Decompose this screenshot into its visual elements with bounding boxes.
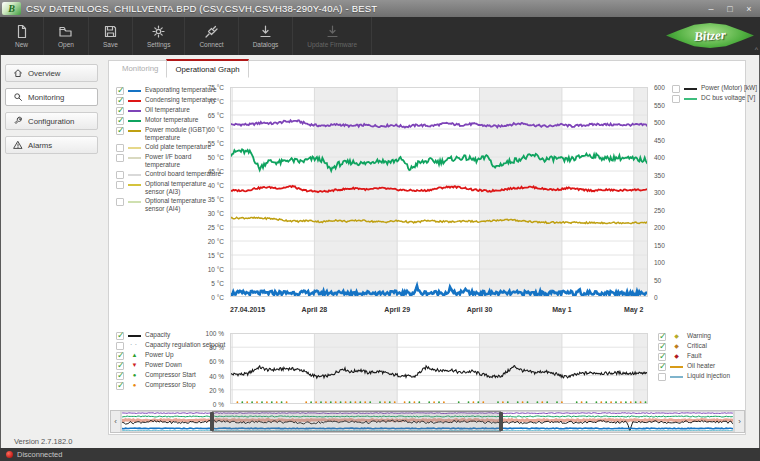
legend-swatch-line <box>128 174 141 176</box>
title-bar: B CSV DATENLOGS, CHILLVENTA.BPD (CSV,CSV… <box>0 0 760 17</box>
legend-item-power-motor-kw: Power (Motor) [kW] <box>672 84 757 93</box>
sidebar-item-label: Configuration <box>28 117 74 126</box>
y-axis-tick: 35 °C <box>208 196 224 203</box>
version-text: Version 2.7.182.0 <box>14 437 72 446</box>
legend-checkbox-condensing-temperature[interactable]: ✓ <box>116 97 124 105</box>
y-axis-tick: 350 <box>654 171 665 178</box>
legend-checkbox-evaporating-temperature[interactable]: ✓ <box>116 87 124 95</box>
window-title: CSV DATENLOGS, CHILLVENTA.BPD (CSV,CSVH,… <box>26 3 377 14</box>
y-axis-tick: 0 % <box>213 401 224 408</box>
toolbar-connect[interactable]: Connect <box>185 17 238 55</box>
legend-swatch-diamond-icon: ◆ <box>670 332 683 341</box>
navigator-selection[interactable] <box>212 411 501 432</box>
toolbar-item-label: Settings <box>147 41 171 48</box>
legend-swatch-line <box>128 100 141 102</box>
legend-checkbox-power-motor-kw[interactable] <box>672 85 680 93</box>
bitzer-logo: Bitzer <box>666 20 754 51</box>
legend-checkbox-motor-temperature[interactable]: ✓ <box>116 117 124 125</box>
legend-checkbox-power-up[interactable]: ✓ <box>116 352 124 360</box>
y-axis-tick: 25 °C <box>208 224 224 231</box>
y-axis-tick: 70 °C <box>208 98 224 105</box>
y-axis-tick: 50 <box>654 276 661 283</box>
legend-swatch-triangle-down-icon: ▼ <box>128 361 141 370</box>
x-axis-label: April 28 <box>302 306 328 313</box>
legend-checkbox-power-down[interactable]: ✓ <box>116 362 124 370</box>
y-axis-tick: 100 % <box>206 330 224 337</box>
navigator-left-handle[interactable] <box>210 412 214 431</box>
legend-swatch-line <box>128 201 141 203</box>
navigator-right-handle[interactable] <box>499 412 503 431</box>
legend-checkbox-warning[interactable]: ✓ <box>658 333 666 341</box>
sidebar-item-label: Overview <box>28 69 61 78</box>
legend-checkbox-compressor-start[interactable]: ✓ <box>116 372 124 380</box>
legend-checkbox-oil-temperature[interactable]: ✓ <box>116 107 124 115</box>
y-axis-tick: 65 °C <box>208 112 224 119</box>
legend-checkbox-dc-bus-voltage-v[interactable] <box>672 95 680 103</box>
toolbar-open[interactable]: Open <box>44 17 89 55</box>
app-logo-icon: B <box>2 2 21 15</box>
search-icon <box>13 92 23 102</box>
legend-item-critical: ✓◆Critical <box>658 342 730 351</box>
temperature-chart[interactable] <box>230 87 648 297</box>
toolbar-save[interactable]: Save <box>89 17 133 55</box>
tab-operational-graph[interactable]: Operational Graph <box>166 59 248 78</box>
legend-checkbox-optional-temperature-sensor-ai3[interactable] <box>116 181 124 189</box>
sidebar-item-overview[interactable]: Overview <box>5 64 98 82</box>
legend-swatch-circle-icon: ● <box>128 371 141 380</box>
navigator-scroll-left-icon[interactable]: ‹ <box>111 411 121 432</box>
navigator-scroll-right-icon[interactable]: › <box>734 411 744 432</box>
check-icon: ✓ <box>117 360 125 370</box>
legend-checkbox-cold-plate-temperature[interactable] <box>116 144 124 152</box>
legend-item-oil-heater: ✓Oil heater <box>658 362 730 371</box>
alarm-icon <box>13 140 23 150</box>
power-legend: Power (Motor) [kW]DC bus voltage [V] <box>672 84 757 103</box>
collapse-ribbon-icon[interactable]: ^ <box>755 46 758 53</box>
legend-checkbox-power-i-f-board-temperature[interactable] <box>116 154 124 162</box>
toolbar-settings[interactable]: Settings <box>133 17 186 55</box>
capacity-chart[interactable] <box>230 333 648 404</box>
legend-checkbox-compressor-stop[interactable]: ✓ <box>116 382 124 390</box>
y-axis-tick: 200 <box>654 224 665 231</box>
sidebar-item-monitoring[interactable]: Monitoring <box>5 88 98 106</box>
sidebar-item-alarms[interactable]: Alarms <box>5 136 98 154</box>
y-axis-tick: 5 °C <box>211 280 224 287</box>
legend-checkbox-optional-temperature-sensor-ai4[interactable] <box>116 198 124 206</box>
y-axis-tick: 20 % <box>209 386 224 393</box>
y-axis-tick: 55 °C <box>208 140 224 147</box>
left-y-axis: 75 °C70 °C65 °C60 °C55 °C50 °C45 °C40 °C… <box>196 87 226 297</box>
sidebar-item-configuration[interactable]: Configuration <box>5 112 98 130</box>
toolbar-datalogs[interactable]: Datalogs <box>239 17 294 55</box>
legend-checkbox-critical[interactable]: ✓ <box>658 343 666 351</box>
tab-label: Monitoring <box>122 64 158 73</box>
legend-checkbox-capacity-regulation-setpoint[interactable] <box>116 342 124 350</box>
legend-checkbox-oil-heater[interactable]: ✓ <box>658 363 666 371</box>
window-controls: – □ × <box>703 3 757 15</box>
event-legend: ✓◆Warning✓◆Critical✓◆Fault✓Oil heaterLiq… <box>658 332 730 381</box>
maximize-button[interactable]: □ <box>722 3 738 15</box>
y-axis-tick: 300 <box>654 189 665 196</box>
legend-checkbox-power-module-igbt-temperature[interactable]: ✓ <box>116 127 124 135</box>
legend-label: DC bus voltage [V] <box>701 94 755 102</box>
open-icon <box>58 24 73 39</box>
check-icon: ✓ <box>117 350 125 360</box>
toolbar-new[interactable]: New <box>0 17 44 55</box>
legend-swatch-line <box>128 130 141 132</box>
legend-label: Fault <box>687 352 701 360</box>
toolbar: NewOpenSaveSettingsConnectDatalogsUpdate… <box>0 17 760 55</box>
legend-checkbox-capacity[interactable]: ✓ <box>116 332 124 340</box>
tab-monitoring[interactable]: Monitoring <box>114 59 166 78</box>
y-axis-tick: 45 °C <box>208 168 224 175</box>
close-button[interactable]: × <box>741 3 757 15</box>
legend-swatch-diamond-icon: ◆ <box>670 352 683 361</box>
minimize-button[interactable]: – <box>703 3 719 15</box>
toolbar-item-label: Update Firmware <box>307 41 357 48</box>
y-axis-tick: 75 °C <box>208 84 224 91</box>
legend-swatch-line <box>684 98 697 100</box>
capacity-y-axis: 100 %80 %60 %40 %20 %0 % <box>196 333 226 404</box>
check-icon: ✓ <box>117 95 125 105</box>
y-axis-tick: 40 % <box>209 372 224 379</box>
timeline-navigator[interactable]: ‹ › <box>110 410 745 433</box>
legend-checkbox-liquid-injection[interactable] <box>658 373 666 381</box>
legend-checkbox-fault[interactable]: ✓ <box>658 353 666 361</box>
legend-checkbox-control-board-temperature[interactable] <box>116 171 124 179</box>
